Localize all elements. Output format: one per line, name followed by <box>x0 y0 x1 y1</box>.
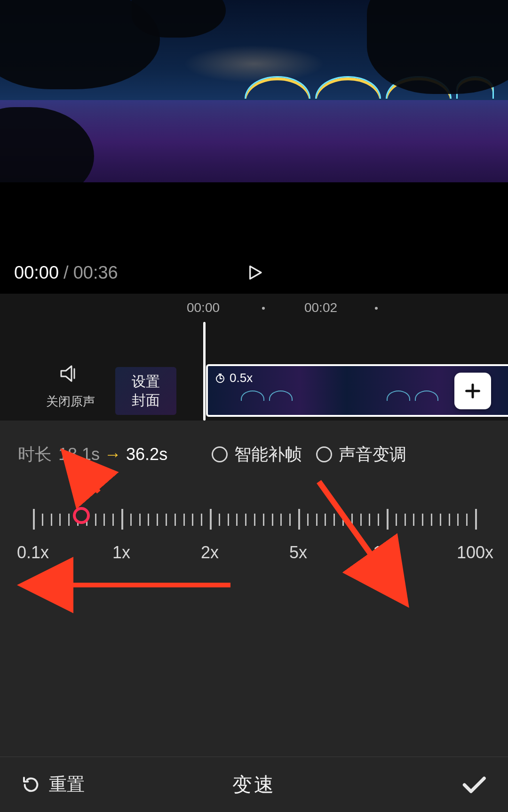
clip-speed-badge: 0.5x <box>214 371 253 385</box>
add-clip-button[interactable] <box>454 373 491 409</box>
timeline[interactable]: 00:00 00:02 关闭原声 设置 封面 0.5x <box>0 294 508 421</box>
check-icon <box>460 771 486 797</box>
speed-mark: 2x <box>201 543 219 562</box>
cover-label: 设置 封面 <box>132 372 160 410</box>
speed-mark: 100x <box>457 543 493 562</box>
speed-mark: 5x <box>289 543 307 562</box>
slider-handle[interactable] <box>73 507 90 524</box>
reset-icon <box>22 775 40 794</box>
current-time: 00:00 <box>14 263 59 283</box>
play-icon <box>245 263 263 282</box>
reset-label: 重置 <box>49 773 85 796</box>
ruler-dot <box>375 307 378 310</box>
pitch-shift-toggle[interactable]: 声音变调 <box>316 443 406 466</box>
svg-line-3 <box>79 469 99 492</box>
reset-button[interactable]: 重置 <box>22 773 85 796</box>
speaker-icon <box>42 364 99 388</box>
duration-label: 时长 <box>18 443 52 466</box>
mute-original-audio-button[interactable]: 关闭原声 <box>42 364 99 410</box>
stopwatch-icon <box>214 373 226 384</box>
speed-slider-labels: 0.1x 1x 2x 5x 10x 100x <box>33 543 475 566</box>
speed-slider[interactable] <box>33 505 475 543</box>
option-label: 智能补帧 <box>234 443 302 466</box>
svg-rect-2 <box>219 374 222 375</box>
ruler-mark: 00:02 <box>304 300 337 315</box>
speed-panel: 时长 18.1s → 36.2s 智能补帧 声音变调 0.1x 1x 2x 5x… <box>0 421 508 812</box>
annotation-arrow <box>71 464 108 503</box>
arrow-right-icon: → <box>104 445 121 464</box>
total-time: 00:36 <box>73 263 118 283</box>
time-separator: / <box>64 263 69 283</box>
set-cover-button[interactable]: 设置 封面 <box>115 367 176 415</box>
play-button[interactable] <box>243 261 265 284</box>
confirm-button[interactable] <box>460 771 486 799</box>
radio-unchecked-icon <box>212 446 228 462</box>
option-label: 声音变调 <box>339 443 406 466</box>
radio-unchecked-icon <box>316 446 332 462</box>
speed-mark: 0.1x <box>17 543 49 562</box>
speed-mark: 10x <box>373 543 400 562</box>
duration-to: 36.2s <box>126 445 167 464</box>
duration-from: 18.1s <box>58 445 100 464</box>
speed-mark: 1x <box>112 543 130 562</box>
playback-time: 00:00 / 00:36 <box>0 263 118 283</box>
annotation-arrow <box>38 576 235 596</box>
mute-label: 关闭原声 <box>42 393 99 410</box>
video-preview[interactable] <box>0 0 508 182</box>
timeline-ruler: 00:00 00:02 <box>0 300 508 319</box>
smart-frame-interpolation-toggle[interactable]: 智能补帧 <box>212 443 302 466</box>
panel-title: 变速 <box>232 772 276 798</box>
ruler-dot <box>262 307 265 310</box>
ruler-mark: 00:00 <box>187 300 220 315</box>
plus-icon <box>463 382 482 400</box>
